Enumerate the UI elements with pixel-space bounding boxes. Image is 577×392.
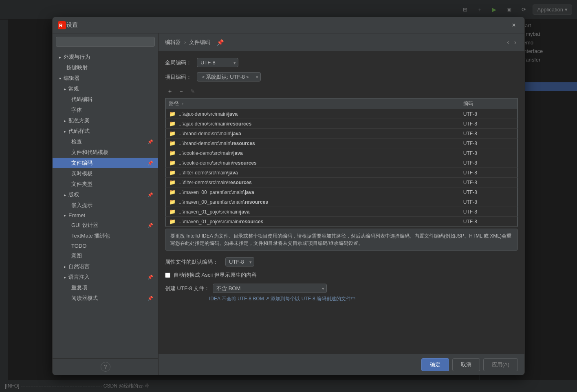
table-row-10[interactable]: 📁 ...\maven_01_pojo\src\main\java UTF-8 xyxy=(166,207,518,217)
table-cell-encoding-3: UTF-8 xyxy=(460,139,518,148)
nav-item-label-22: 重复项 xyxy=(71,284,87,291)
nav-item-6[interactable]: ▸配色方案 xyxy=(53,115,158,126)
nav-item-8[interactable]: 检查📌 xyxy=(53,137,158,147)
table-cell-path-0: 📁 ...\ajax-demo\src\main\java xyxy=(166,109,460,119)
global-encoding-select[interactable]: UTF-8 GBK ISO-8859-1 xyxy=(197,58,238,67)
nav-item-label-5: 字体 xyxy=(71,106,82,114)
project-encoding-select[interactable]: ＜系统默认: UTF-8＞ UTF-8 xyxy=(197,72,261,81)
create-utf8-select[interactable]: 不含 BOM 含 BOM 使用系统默认值 xyxy=(213,284,327,293)
nav-item-17[interactable]: TextMate 插绑包 xyxy=(53,231,158,241)
table-row-4[interactable]: 📁 ...\cookie-demo\src\main\java UTF-8 xyxy=(166,148,518,158)
encoding-table: 路径 ↑ 编码 📁 ...\ajax-demo\src\main\java UT… xyxy=(165,98,518,227)
path-bold-7: resources xyxy=(228,180,251,185)
path-prefix-4: ...\cookie-demo\src\main\ xyxy=(178,150,233,156)
help-button[interactable]: ? xyxy=(101,362,110,372)
table-row-6[interactable]: 📁 ...\filter-demo\src\main\java UTF-8 xyxy=(166,168,518,178)
nav-item-10[interactable]: 文件编码📌 xyxy=(53,158,158,168)
ascii-checkbox-label[interactable]: 自动转换成 Ascii 但显示原生的内容 xyxy=(174,271,257,279)
path-bold-0: java xyxy=(228,111,238,117)
ascii-checkbox-row: 自动转换成 Ascii 但显示原生的内容 xyxy=(165,271,518,279)
cancel-button[interactable]: 取消 xyxy=(452,358,480,371)
project-encoding-row: 项目编码： ＜系统默认: UTF-8＞ UTF-8 xyxy=(165,72,518,81)
remove-path-button[interactable]: － xyxy=(176,86,186,96)
table-cell-path-6: 📁 ...\filter-demo\src\main\java xyxy=(166,168,460,178)
folder-icon-9: 📁 xyxy=(169,199,176,205)
nav-item-label-13: 版权 xyxy=(68,191,79,198)
path-bold-9: resources xyxy=(244,199,268,205)
apply-button[interactable]: 应用(A) xyxy=(483,358,518,371)
table-cell-path-1: 📁 ...\ajax-demo\src\main\resources xyxy=(166,119,460,129)
nav-item-label-12: 文件类型 xyxy=(71,181,92,188)
nav-item-15[interactable]: ▸Emmet xyxy=(53,211,158,220)
back-button[interactable]: ‹ xyxy=(505,38,511,47)
table-row-1[interactable]: 📁 ...\ajax-demo\src\main\resources UTF-8 xyxy=(166,119,518,129)
path-bold-11: resources xyxy=(240,219,263,225)
nav-item-2[interactable]: ▾编辑器 xyxy=(53,73,158,84)
nav-item-11[interactable]: 实时模板 xyxy=(53,168,158,179)
table-cell-encoding-5: UTF-8 xyxy=(460,158,518,168)
folder-icon-6: 📁 xyxy=(169,170,176,176)
search-input[interactable] xyxy=(56,37,155,47)
table-row-0[interactable]: 📁 ...\ajax-demo\src\main\java UTF-8 xyxy=(166,109,518,119)
folder-icon-7: 📁 xyxy=(169,179,176,185)
table-cell-encoding-10: UTF-8 xyxy=(460,207,518,217)
nav-item-21[interactable]: ▸语言注入📌 xyxy=(53,272,158,282)
nav-item-20[interactable]: ▸自然语言 xyxy=(53,261,158,272)
table-row-5[interactable]: 📁 ...\cookie-demo\src\main\resources UTF… xyxy=(166,158,518,168)
nav-item-4[interactable]: 代码编辑 xyxy=(53,94,158,105)
breadcrumb-current: 文件编码 xyxy=(189,39,210,46)
ascii-checkbox[interactable] xyxy=(165,273,170,278)
create-utf8-label: 创建 UTF-8 文件： xyxy=(165,285,209,292)
path-bold-1: resources xyxy=(228,121,251,127)
nav-item-18[interactable]: TODO xyxy=(53,241,158,251)
path-bold-5: resources xyxy=(233,160,256,166)
table-row-7[interactable]: 📁 ...\filter-demo\src\main\resources UTF… xyxy=(166,178,518,187)
nav-item-14[interactable]: 嵌入提示 xyxy=(53,200,158,211)
forward-button[interactable]: › xyxy=(513,38,518,47)
folder-icon-5: 📁 xyxy=(169,160,176,166)
nav-item-19[interactable]: 意图 xyxy=(53,251,158,261)
nav-arrow-21: ▸ xyxy=(64,275,66,280)
project-encoding-label: 项目编码： xyxy=(165,73,194,81)
path-prefix-6: ...\filter-demo\src\main\ xyxy=(178,170,228,176)
table-row-9[interactable]: 📁 ...\maven_00_parent\src\main\resources… xyxy=(166,197,518,207)
nav-item-3[interactable]: ▸常规 xyxy=(53,84,158,94)
properties-encoding-select[interactable]: UTF-8 GBK xyxy=(225,257,254,266)
col-encoding[interactable]: 编码 xyxy=(460,99,518,109)
add-path-button[interactable]: ＋ xyxy=(165,86,175,96)
table-row-3[interactable]: 📁 ...\brand-demo\src\main\resources UTF-… xyxy=(166,139,518,148)
nav-item-23[interactable]: 阅读器模式📌 xyxy=(53,293,158,304)
table-cell-encoding-11: UTF-8 xyxy=(460,217,518,227)
nav-item-9[interactable]: 文件和代码模板 xyxy=(53,147,158,158)
nav-item-16[interactable]: GUI 设计器📌 xyxy=(53,220,158,231)
path-bold-10: java xyxy=(240,209,249,215)
utf8-info-link[interactable]: IDEA 不会将 UTF-8 BOM ↗ 添加到每个以 UTF-8 编码创建的文… xyxy=(209,296,356,302)
nav-item-0[interactable]: ▸外观与行为 xyxy=(53,52,158,62)
nav-item-1[interactable]: 按键映射 xyxy=(53,62,158,73)
settings-dialog: R 设置 × ▸外观与行为按键映射▾编辑器▸常规代码编辑字体▸配色方案▸代码样式… xyxy=(52,17,525,375)
nav-arrow-7: ▸ xyxy=(64,129,66,134)
path-prefix-0: ...\ajax-demo\src\main\ xyxy=(178,111,228,117)
content-header: 编辑器 › 文件编码 📌 ‹ › xyxy=(159,33,524,51)
nav-item-5[interactable]: 字体 xyxy=(53,105,158,115)
ok-button[interactable]: 确定 xyxy=(421,358,449,371)
dialog-logo: R xyxy=(57,21,66,30)
table-row-2[interactable]: 📁 ...\brand-demo\src\main\java UTF-8 xyxy=(166,129,518,139)
nav-item-label-11: 实时模板 xyxy=(71,170,92,177)
nav-item-label-2: 编辑器 xyxy=(64,75,79,82)
nav-item-22[interactable]: 重复项 xyxy=(53,282,158,293)
nav-item-7[interactable]: ▸代码样式 xyxy=(53,126,158,137)
col-path[interactable]: 路径 ↑ xyxy=(166,99,460,109)
pin-icon[interactable]: 📌 xyxy=(217,39,224,46)
nav-item-12[interactable]: 文件类型 xyxy=(53,179,158,189)
table-row-8[interactable]: 📁 ...\maven_00_parent\src\main\java UTF-… xyxy=(166,187,518,197)
settings-content: 编辑器 › 文件编码 📌 ‹ › 全局编码： xyxy=(159,33,524,375)
table-cell-path-9: 📁 ...\maven_00_parent\src\main\resources xyxy=(166,197,460,207)
path-prefix-10: ...\maven_01_pojo\src\main\ xyxy=(178,209,240,215)
dialog-close-button[interactable]: × xyxy=(508,20,520,31)
nav-arrow-13: ▸ xyxy=(64,193,66,197)
folder-icon-3: 📁 xyxy=(169,140,176,146)
nav-item-13[interactable]: ▸版权📌 xyxy=(53,189,158,200)
edit-path-button[interactable]: ✎ xyxy=(188,86,198,96)
table-row-11[interactable]: 📁 ...\maven_01_pojo\src\main\resources U… xyxy=(166,217,518,227)
